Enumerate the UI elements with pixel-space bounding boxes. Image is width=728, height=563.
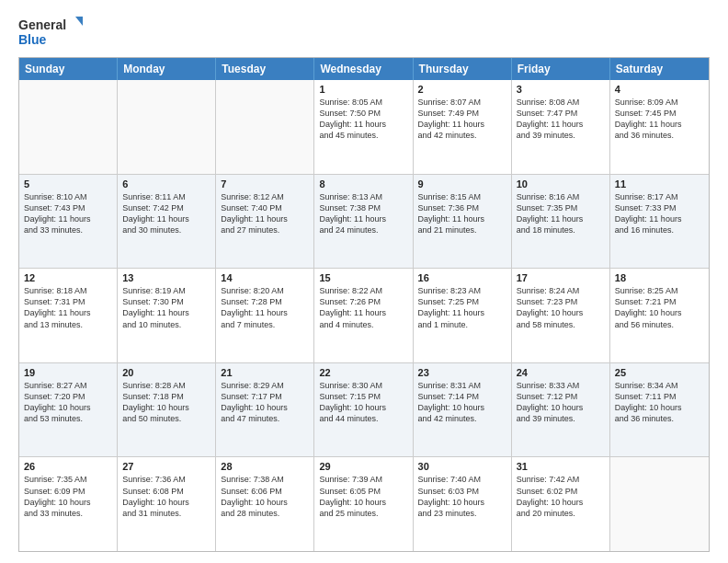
svg-text:General: General: [18, 17, 66, 32]
day-info: Sunrise: 8:31 AM Sunset: 7:14 PM Dayligh…: [418, 380, 506, 425]
day-info: Sunrise: 8:10 AM Sunset: 7:43 PM Dayligh…: [24, 191, 112, 236]
day-info: Sunrise: 8:05 AM Sunset: 7:50 PM Dayligh…: [319, 97, 407, 142]
day-number: 21: [221, 367, 309, 378]
logo: General Blue: [18, 15, 83, 48]
calendar-week-1: 1Sunrise: 8:05 AM Sunset: 7:50 PM Daylig…: [19, 80, 709, 175]
calendar-header: SundayMondayTuesdayWednesdayThursdayFrid…: [19, 58, 709, 80]
day-info: Sunrise: 7:35 AM Sunset: 6:09 PM Dayligh…: [24, 474, 112, 519]
day-cell-9: 9Sunrise: 8:15 AM Sunset: 7:36 PM Daylig…: [414, 175, 512, 269]
calendar-week-4: 19Sunrise: 8:27 AM Sunset: 7:20 PM Dayli…: [19, 363, 709, 458]
day-cell-16: 16Sunrise: 8:23 AM Sunset: 7:25 PM Dayli…: [414, 269, 512, 362]
day-number: 8: [319, 178, 407, 190]
empty-cell: [216, 80, 314, 174]
day-cell-3: 3Sunrise: 8:08 AM Sunset: 7:47 PM Daylig…: [512, 80, 610, 174]
day-number: 22: [319, 367, 407, 378]
day-info: Sunrise: 8:11 AM Sunset: 7:42 PM Dayligh…: [122, 191, 210, 236]
header-cell-monday: Monday: [118, 58, 216, 80]
day-cell-28: 28Sunrise: 7:38 AM Sunset: 6:06 PM Dayli…: [216, 457, 314, 551]
day-number: 1: [319, 84, 407, 95]
day-number: 18: [615, 272, 704, 283]
day-info: Sunrise: 7:39 AM Sunset: 6:05 PM Dayligh…: [319, 474, 407, 519]
day-number: 20: [122, 367, 210, 378]
day-info: Sunrise: 8:18 AM Sunset: 7:31 PM Dayligh…: [24, 285, 112, 330]
day-cell-26: 26Sunrise: 7:35 AM Sunset: 6:09 PM Dayli…: [19, 457, 118, 551]
day-cell-2: 2Sunrise: 8:07 AM Sunset: 7:49 PM Daylig…: [414, 80, 512, 174]
day-number: 6: [122, 178, 210, 190]
day-info: Sunrise: 8:30 AM Sunset: 7:15 PM Dayligh…: [319, 380, 407, 425]
day-number: 29: [319, 461, 407, 472]
day-cell-18: 18Sunrise: 8:25 AM Sunset: 7:21 PM Dayli…: [610, 269, 709, 362]
header-cell-wednesday: Wednesday: [314, 58, 413, 80]
day-cell-17: 17Sunrise: 8:24 AM Sunset: 7:23 PM Dayli…: [512, 269, 610, 362]
day-number: 24: [517, 367, 605, 378]
day-number: 30: [418, 461, 506, 472]
day-cell-13: 13Sunrise: 8:19 AM Sunset: 7:30 PM Dayli…: [118, 269, 216, 362]
day-info: Sunrise: 8:29 AM Sunset: 7:17 PM Dayligh…: [221, 380, 309, 425]
day-cell-6: 6Sunrise: 8:11 AM Sunset: 7:42 PM Daylig…: [118, 175, 216, 269]
day-info: Sunrise: 8:17 AM Sunset: 7:33 PM Dayligh…: [615, 191, 704, 236]
day-cell-25: 25Sunrise: 8:34 AM Sunset: 7:11 PM Dayli…: [610, 363, 709, 457]
day-cell-4: 4Sunrise: 8:09 AM Sunset: 7:45 PM Daylig…: [610, 80, 709, 174]
day-cell-5: 5Sunrise: 8:10 AM Sunset: 7:43 PM Daylig…: [19, 175, 118, 269]
day-info: Sunrise: 8:34 AM Sunset: 7:11 PM Dayligh…: [615, 380, 704, 425]
day-number: 13: [122, 272, 210, 283]
calendar-week-5: 26Sunrise: 7:35 AM Sunset: 6:09 PM Dayli…: [19, 457, 709, 551]
day-info: Sunrise: 7:36 AM Sunset: 6:08 PM Dayligh…: [122, 474, 210, 519]
day-cell-19: 19Sunrise: 8:27 AM Sunset: 7:20 PM Dayli…: [19, 363, 118, 457]
day-number: 25: [615, 367, 704, 378]
day-info: Sunrise: 8:12 AM Sunset: 7:40 PM Dayligh…: [221, 191, 309, 236]
day-cell-27: 27Sunrise: 7:36 AM Sunset: 6:08 PM Dayli…: [118, 457, 216, 551]
day-info: Sunrise: 8:16 AM Sunset: 7:35 PM Dayligh…: [517, 191, 605, 236]
day-info: Sunrise: 8:09 AM Sunset: 7:45 PM Dayligh…: [615, 97, 704, 142]
day-number: 15: [319, 272, 407, 283]
day-cell-24: 24Sunrise: 8:33 AM Sunset: 7:12 PM Dayli…: [512, 363, 610, 457]
logo-svg: General Blue: [18, 15, 83, 48]
day-info: Sunrise: 7:40 AM Sunset: 6:03 PM Dayligh…: [418, 474, 506, 519]
day-cell-20: 20Sunrise: 8:28 AM Sunset: 7:18 PM Dayli…: [118, 363, 216, 457]
day-cell-7: 7Sunrise: 8:12 AM Sunset: 7:40 PM Daylig…: [216, 175, 314, 269]
header-cell-sunday: Sunday: [19, 58, 118, 80]
day-cell-29: 29Sunrise: 7:39 AM Sunset: 6:05 PM Dayli…: [314, 457, 413, 551]
day-number: 26: [24, 461, 112, 472]
day-info: Sunrise: 8:27 AM Sunset: 7:20 PM Dayligh…: [24, 380, 112, 425]
day-cell-12: 12Sunrise: 8:18 AM Sunset: 7:31 PM Dayli…: [19, 269, 118, 362]
day-number: 17: [517, 272, 605, 283]
header-cell-tuesday: Tuesday: [216, 58, 314, 80]
day-number: 16: [418, 272, 506, 283]
calendar: SundayMondayTuesdayWednesdayThursdayFrid…: [18, 57, 710, 552]
day-info: Sunrise: 8:33 AM Sunset: 7:12 PM Dayligh…: [517, 380, 605, 425]
day-info: Sunrise: 8:23 AM Sunset: 7:25 PM Dayligh…: [418, 285, 506, 330]
day-number: 9: [418, 178, 506, 190]
day-number: 5: [24, 178, 112, 190]
day-number: 4: [615, 84, 704, 95]
day-number: 19: [24, 367, 112, 378]
day-cell-11: 11Sunrise: 8:17 AM Sunset: 7:33 PM Dayli…: [610, 175, 709, 269]
day-info: Sunrise: 7:42 AM Sunset: 6:02 PM Dayligh…: [517, 474, 605, 519]
day-info: Sunrise: 8:07 AM Sunset: 7:49 PM Dayligh…: [418, 97, 506, 142]
day-number: 27: [122, 461, 210, 472]
calendar-body: 1Sunrise: 8:05 AM Sunset: 7:50 PM Daylig…: [19, 80, 709, 551]
day-info: Sunrise: 8:08 AM Sunset: 7:47 PM Dayligh…: [517, 97, 605, 142]
day-info: Sunrise: 8:19 AM Sunset: 7:30 PM Dayligh…: [122, 285, 210, 330]
day-number: 23: [418, 367, 506, 378]
day-info: Sunrise: 7:38 AM Sunset: 6:06 PM Dayligh…: [221, 474, 309, 519]
page: General Blue SundayMondayTuesdayWednesda…: [0, 0, 728, 563]
day-cell-23: 23Sunrise: 8:31 AM Sunset: 7:14 PM Dayli…: [414, 363, 512, 457]
day-number: 12: [24, 272, 112, 283]
day-number: 11: [615, 178, 704, 190]
day-number: 10: [517, 178, 605, 190]
empty-cell: [610, 457, 709, 551]
day-info: Sunrise: 8:25 AM Sunset: 7:21 PM Dayligh…: [615, 285, 704, 330]
day-info: Sunrise: 8:24 AM Sunset: 7:23 PM Dayligh…: [517, 285, 605, 330]
header-cell-saturday: Saturday: [610, 58, 709, 80]
day-info: Sunrise: 8:20 AM Sunset: 7:28 PM Dayligh…: [221, 285, 309, 330]
day-number: 2: [418, 84, 506, 95]
day-number: 31: [517, 461, 605, 472]
day-number: 3: [517, 84, 605, 95]
header-cell-friday: Friday: [512, 58, 610, 80]
header-cell-thursday: Thursday: [414, 58, 512, 80]
day-cell-1: 1Sunrise: 8:05 AM Sunset: 7:50 PM Daylig…: [314, 80, 413, 174]
day-cell-10: 10Sunrise: 8:16 AM Sunset: 7:35 PM Dayli…: [512, 175, 610, 269]
day-cell-8: 8Sunrise: 8:13 AM Sunset: 7:38 PM Daylig…: [314, 175, 413, 269]
day-cell-22: 22Sunrise: 8:30 AM Sunset: 7:15 PM Dayli…: [314, 363, 413, 457]
